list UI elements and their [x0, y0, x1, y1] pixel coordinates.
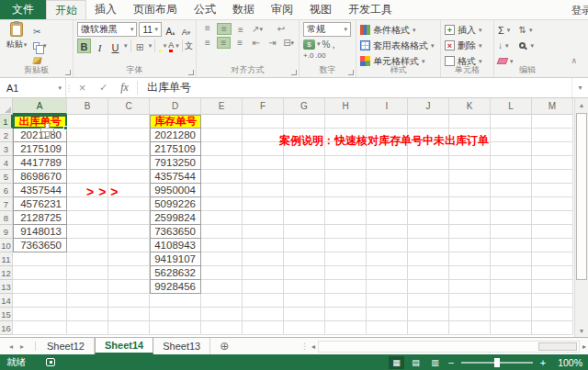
cell-l7[interactable] — [491, 197, 532, 211]
copy-button[interactable]: ▾ — [33, 39, 47, 52]
cell-l9[interactable] — [491, 225, 532, 239]
zoom-out-button[interactable]: − — [447, 357, 456, 368]
phonetic-guide-button[interactable]: 文 — [185, 40, 193, 52]
cell-h6[interactable] — [325, 184, 367, 197]
cell-f14[interactable] — [243, 294, 284, 308]
cell-c15[interactable] — [108, 308, 150, 321]
cell-f3[interactable] — [243, 142, 284, 156]
cell-a4[interactable]: 4417789 — [13, 156, 67, 170]
cell-g14[interactable] — [284, 294, 325, 308]
cell-a9[interactable]: 9148013 — [13, 225, 67, 239]
grow-font-button[interactable]: A▴ — [164, 22, 177, 37]
cell-i13[interactable] — [367, 280, 408, 294]
column-header-f[interactable]: F — [243, 98, 284, 115]
fill-color-button[interactable] — [158, 40, 162, 52]
align-right-button[interactable]: ≡ — [232, 37, 247, 49]
cell-b10[interactable] — [67, 239, 108, 252]
column-header-a[interactable]: A — [13, 98, 67, 115]
tab-file[interactable]: 文件 — [0, 0, 46, 19]
cell-g6[interactable] — [284, 184, 325, 197]
cell-a15[interactable] — [13, 308, 67, 321]
cell-l2[interactable] — [491, 129, 532, 142]
column-header-i[interactable]: I — [367, 98, 408, 115]
cell-h8[interactable] — [325, 211, 367, 225]
chevron-down-icon[interactable]: ▾ — [124, 42, 128, 50]
cell-b14[interactable] — [67, 294, 108, 308]
column-header-l[interactable]: L — [491, 98, 532, 115]
vertical-scroll-thumb[interactable] — [576, 113, 587, 280]
enter-button[interactable]: ✓ — [93, 78, 114, 97]
row-header-13[interactable]: 13 — [0, 280, 13, 294]
cell-m2[interactable] — [532, 129, 573, 142]
cell-f7[interactable] — [243, 197, 284, 211]
cell-h16[interactable] — [325, 321, 367, 335]
view-page-layout-button[interactable]: ▤ — [408, 356, 424, 369]
cell-a12[interactable] — [13, 266, 67, 280]
zoom-slider-thumb[interactable] — [494, 358, 500, 367]
cell-a11[interactable] — [13, 252, 67, 266]
cell-b15[interactable] — [67, 308, 108, 321]
cell-i1[interactable] — [367, 115, 408, 129]
cut-button[interactable]: ✂ — [33, 25, 47, 38]
insert-function-button[interactable]: fx — [114, 78, 135, 97]
chevron-down-icon[interactable]: ▾ — [317, 40, 321, 48]
align-left-button[interactable]: ≡ — [200, 37, 215, 49]
cell-h4[interactable] — [325, 156, 367, 170]
zoom-slider[interactable] — [461, 362, 533, 364]
new-sheet-button[interactable]: ⊕ — [210, 338, 238, 354]
insert-cells-button[interactable]: +插入▾ — [445, 23, 491, 37]
row-header-15[interactable]: 15 — [0, 308, 13, 321]
shrink-font-button[interactable]: A▾ — [179, 22, 193, 37]
cell-e13[interactable] — [201, 280, 243, 294]
autosum-button[interactable]: Σ▾ — [498, 23, 514, 37]
cell-i11[interactable] — [367, 252, 408, 266]
cell-d10[interactable]: 4108943 — [150, 239, 201, 252]
cell-d2[interactable]: 2021280 — [150, 129, 201, 142]
cell-c7[interactable] — [108, 197, 150, 211]
cell-c14[interactable] — [108, 294, 150, 308]
alignment-dialog-launcher[interactable] — [291, 70, 297, 75]
cell-m4[interactable] — [532, 156, 573, 170]
cell-h5[interactable] — [325, 170, 367, 184]
cell-j9[interactable] — [408, 225, 449, 239]
cell-j4[interactable] — [408, 156, 449, 170]
tab-formulas[interactable]: 公式 — [186, 0, 224, 19]
decrease-indent-button[interactable]: ⇤ — [249, 37, 264, 49]
scroll-right-button[interactable]: ▸ — [582, 342, 586, 351]
cell-b13[interactable] — [67, 280, 108, 294]
font-dialog-launcher[interactable] — [188, 70, 194, 75]
cell-h9[interactable] — [325, 225, 367, 239]
tab-splitter-icon[interactable]: ⋮ — [300, 342, 309, 351]
cell-b2[interactable] — [67, 129, 108, 142]
cell-e15[interactable] — [201, 308, 243, 321]
row-header-1[interactable]: 1 — [0, 115, 13, 129]
cell-f2[interactable] — [243, 129, 284, 142]
row-header-2[interactable]: 2 — [0, 129, 13, 142]
cell-k1[interactable] — [449, 115, 491, 129]
cell-d15[interactable] — [150, 308, 201, 321]
cell-l16[interactable] — [491, 321, 532, 335]
cell-b4[interactable] — [67, 156, 108, 170]
cell-m5[interactable] — [532, 170, 573, 184]
cell-b12[interactable] — [67, 266, 108, 280]
cell-j11[interactable] — [408, 252, 449, 266]
cell-g13[interactable] — [284, 280, 325, 294]
cell-a1[interactable]: 出库单号 — [13, 115, 67, 129]
cell-a5[interactable]: 8698670 — [13, 170, 67, 184]
increase-indent-button[interactable]: ⇥ — [266, 37, 280, 49]
cell-f6[interactable] — [243, 184, 284, 197]
view-page-break-button[interactable]: ▥ — [427, 356, 443, 369]
tab-insert[interactable]: 插入 — [86, 0, 125, 19]
cell-d16[interactable] — [150, 321, 201, 335]
cell-l4[interactable] — [491, 156, 532, 170]
cell-d4[interactable]: 7913250 — [150, 156, 201, 170]
cell-l1[interactable] — [491, 115, 532, 129]
cell-a10[interactable]: 7363650 — [13, 239, 67, 252]
cell-j1[interactable] — [408, 115, 449, 129]
cell-g1[interactable] — [284, 115, 325, 129]
cell-m10[interactable] — [532, 239, 573, 252]
cell-k6[interactable] — [449, 184, 491, 197]
tab-review[interactable]: 审阅 — [263, 0, 301, 19]
cell-d3[interactable]: 2175109 — [150, 142, 201, 156]
horizontal-scroll-track[interactable] — [318, 341, 580, 353]
